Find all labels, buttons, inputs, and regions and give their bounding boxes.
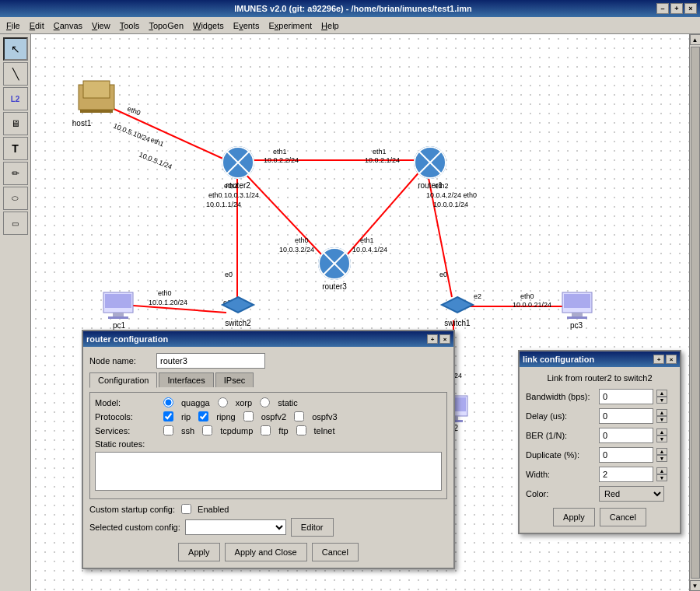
menu-events[interactable]: Events [229,19,264,32]
delay-input[interactable] [599,408,653,424]
apply-btn[interactable]: Apply [178,543,220,561]
ber-up-arrow[interactable]: ▲ [656,428,667,435]
text-tool[interactable]: T [3,137,28,160]
static-routes-label: Static routes: [95,439,442,449]
scroll-down-arrow[interactable]: ▼ [690,580,701,591]
bandwidth-input[interactable] [599,389,653,404]
svg-text:10.0.4.1/24: 10.0.4.1/24 [352,246,387,254]
selected-config-select[interactable] [185,519,286,535]
maximize-btn[interactable]: + [670,3,683,14]
width-up-arrow[interactable]: ▲ [656,467,667,474]
link-apply-btn[interactable]: Apply [553,508,595,526]
apply-close-btn[interactable]: Apply and Close [225,543,307,561]
tab-configuration[interactable]: Configuration [89,372,157,388]
delay-row: Delay (us): ▲ ▼ [526,408,674,424]
delay-down-arrow[interactable]: ▼ [656,416,667,423]
menu-file[interactable]: File [2,19,25,32]
startup-enabled-label: Enabled [198,505,229,514]
node-name-label: Node name: [89,356,152,365]
link-config-dialog: link configuration + × Link from router2… [518,350,681,534]
menu-view[interactable]: View [87,19,115,32]
select-tool[interactable]: ↖ [3,37,28,61]
bandwidth-up-arrow[interactable]: ▲ [656,390,667,397]
tab-ipsec[interactable]: IPsec [215,372,254,387]
title-bar: IMUNES v2.0 (git: a92296e) - /home/brian… [0,0,700,17]
startup-enabled-checkbox[interactable] [181,504,191,514]
node-name-input[interactable] [156,353,265,369]
menu-experiment[interactable]: Experiment [264,19,317,32]
menu-edit[interactable]: Edit [25,19,49,32]
router-config-plus-btn[interactable]: + [427,334,438,344]
svc-ssh-label: ssh [181,426,194,435]
svc-ftp-checkbox[interactable] [261,425,271,435]
duplicate-up-arrow[interactable]: ▲ [656,448,667,455]
canvas-area[interactable]: eth0 10.0.5.10/24 eth1 10.0.5.1/24 eth1 … [31,34,689,591]
svg-text:10.0.5.1/24: 10.0.5.1/24 [138,151,173,171]
duplicate-input[interactable] [599,447,653,463]
tab-interfaces[interactable]: Interfaces [159,372,213,387]
svg-rect-67 [564,294,590,308]
scroll-up-arrow[interactable]: ▲ [690,34,701,45]
svc-telnet-checkbox[interactable] [296,425,306,435]
duplicate-down-arrow[interactable]: ▼ [656,455,667,462]
svg-text:eth0: eth0 [520,292,534,300]
oval-tool[interactable]: ⬭ [3,187,28,210]
duplicate-spinner: ▲ ▼ [656,448,667,462]
ber-input[interactable] [599,428,653,443]
color-select[interactable]: Red Blue Green Black [599,486,664,502]
svg-text:eth1: eth1 [373,148,387,156]
svg-line-3 [346,170,421,256]
node-name-row: Node name: [89,353,447,369]
pencil-tool[interactable]: ✏ [3,162,28,185]
duplicate-row: Duplicate (%): ▲ ▼ [526,447,674,463]
l2-tool[interactable]: L2 [3,87,28,110]
svg-text:eth1: eth1 [273,148,287,156]
svg-text:router2: router2 [226,181,250,190]
width-label: Width: [526,470,596,479]
svc-ssh-checkbox[interactable] [163,425,173,435]
delay-up-arrow[interactable]: ▲ [656,409,667,416]
svg-text:switch1: switch1 [444,319,471,327]
link-config-title-bar: link configuration + × [520,351,680,367]
model-static-radio[interactable] [260,397,270,407]
link-config-plus-btn[interactable]: + [653,355,664,364]
width-down-arrow[interactable]: ▼ [656,474,667,481]
minimize-btn[interactable]: – [656,3,669,14]
bandwidth-down-arrow[interactable]: ▼ [656,397,667,404]
model-xorp-radio[interactable] [218,397,228,407]
ber-row: BER (1/N): ▲ ▼ [526,428,674,443]
proto-ripng-label: ripng [216,412,235,421]
svc-tcpdump-checkbox[interactable] [202,425,212,435]
svg-rect-69 [567,316,587,319]
static-routes-box[interactable] [95,452,442,491]
model-quagga-radio[interactable] [163,397,173,407]
menu-canvas[interactable]: Canvas [49,19,87,32]
menu-topogen[interactable]: TopoGen [144,19,188,32]
model-label: Model: [95,398,157,407]
scroll-thumb[interactable] [691,47,700,579]
host-tool[interactable]: 🖥 [3,112,28,135]
editor-btn[interactable]: Editor [291,518,334,537]
cancel-btn[interactable]: Cancel [312,543,359,561]
svg-text:10.0.1.1/24: 10.0.1.1/24 [206,201,241,208]
svg-line-2 [242,170,323,256]
proto-ospfv2-checkbox[interactable] [243,411,254,421]
router-config-close-btn[interactable]: × [439,334,450,344]
close-btn[interactable]: × [684,3,697,14]
link-config-close-btn[interactable]: × [666,355,677,364]
menu-widgets[interactable]: Widgets [188,19,229,32]
services-row: Services: ssh tcpdump ftp telnet [95,425,442,435]
proto-ripng-checkbox[interactable] [198,411,208,421]
rect-tool[interactable]: ▭ [3,212,28,235]
link-cancel-btn[interactable]: Cancel [600,508,646,526]
menu-tools[interactable]: Tools [115,19,145,32]
svg-rect-40 [80,110,113,113]
menu-help[interactable]: Help [317,19,344,32]
proto-ospfv3-checkbox[interactable] [294,411,304,421]
width-input[interactable] [599,467,653,482]
svg-rect-63 [113,313,124,316]
ber-down-arrow[interactable]: ▼ [656,435,667,442]
link-tool[interactable]: ╲ [3,62,28,86]
model-static-label: static [278,398,298,407]
proto-rip-checkbox[interactable] [163,411,173,421]
